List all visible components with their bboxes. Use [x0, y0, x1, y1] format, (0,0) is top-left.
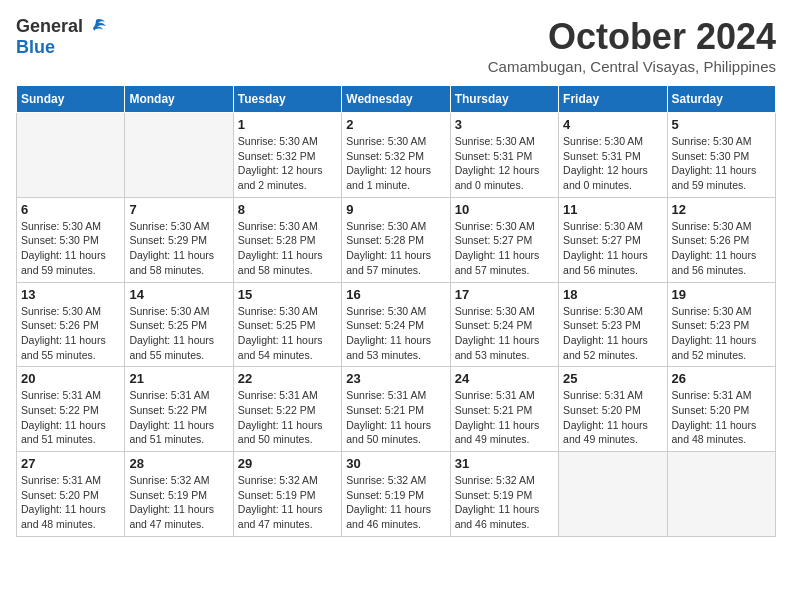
day-info: Sunrise: 5:32 AM Sunset: 5:19 PM Dayligh… [346, 473, 445, 532]
calendar-cell: 17Sunrise: 5:30 AM Sunset: 5:24 PM Dayli… [450, 282, 558, 367]
day-info: Sunrise: 5:30 AM Sunset: 5:32 PM Dayligh… [346, 134, 445, 193]
calendar-cell [559, 452, 667, 537]
day-info: Sunrise: 5:30 AM Sunset: 5:30 PM Dayligh… [21, 219, 120, 278]
day-number: 7 [129, 202, 228, 217]
day-info: Sunrise: 5:30 AM Sunset: 5:28 PM Dayligh… [238, 219, 337, 278]
calendar-cell: 4Sunrise: 5:30 AM Sunset: 5:31 PM Daylig… [559, 113, 667, 198]
day-number: 2 [346, 117, 445, 132]
calendar-cell [667, 452, 775, 537]
day-info: Sunrise: 5:30 AM Sunset: 5:23 PM Dayligh… [563, 304, 662, 363]
calendar-cell: 6Sunrise: 5:30 AM Sunset: 5:30 PM Daylig… [17, 197, 125, 282]
calendar-cell: 16Sunrise: 5:30 AM Sunset: 5:24 PM Dayli… [342, 282, 450, 367]
day-number: 28 [129, 456, 228, 471]
day-number: 19 [672, 287, 771, 302]
logo-bird-icon [85, 18, 107, 36]
day-info: Sunrise: 5:31 AM Sunset: 5:21 PM Dayligh… [455, 388, 554, 447]
calendar-cell: 2Sunrise: 5:30 AM Sunset: 5:32 PM Daylig… [342, 113, 450, 198]
calendar-cell: 9Sunrise: 5:30 AM Sunset: 5:28 PM Daylig… [342, 197, 450, 282]
calendar-cell: 3Sunrise: 5:30 AM Sunset: 5:31 PM Daylig… [450, 113, 558, 198]
day-number: 6 [21, 202, 120, 217]
day-number: 8 [238, 202, 337, 217]
day-number: 14 [129, 287, 228, 302]
day-info: Sunrise: 5:30 AM Sunset: 5:31 PM Dayligh… [563, 134, 662, 193]
calendar-cell: 22Sunrise: 5:31 AM Sunset: 5:22 PM Dayli… [233, 367, 341, 452]
day-info: Sunrise: 5:31 AM Sunset: 5:21 PM Dayligh… [346, 388, 445, 447]
calendar-cell: 8Sunrise: 5:30 AM Sunset: 5:28 PM Daylig… [233, 197, 341, 282]
day-info: Sunrise: 5:30 AM Sunset: 5:24 PM Dayligh… [346, 304, 445, 363]
day-info: Sunrise: 5:31 AM Sunset: 5:20 PM Dayligh… [563, 388, 662, 447]
calendar-cell: 10Sunrise: 5:30 AM Sunset: 5:27 PM Dayli… [450, 197, 558, 282]
day-number: 10 [455, 202, 554, 217]
location-subtitle: Camambugan, Central Visayas, Philippines [488, 58, 776, 75]
calendar-cell: 15Sunrise: 5:30 AM Sunset: 5:25 PM Dayli… [233, 282, 341, 367]
day-info: Sunrise: 5:30 AM Sunset: 5:32 PM Dayligh… [238, 134, 337, 193]
day-number: 18 [563, 287, 662, 302]
week-row-5: 27Sunrise: 5:31 AM Sunset: 5:20 PM Dayli… [17, 452, 776, 537]
day-info: Sunrise: 5:30 AM Sunset: 5:29 PM Dayligh… [129, 219, 228, 278]
header-saturday: Saturday [667, 86, 775, 113]
day-info: Sunrise: 5:32 AM Sunset: 5:19 PM Dayligh… [455, 473, 554, 532]
day-number: 23 [346, 371, 445, 386]
day-info: Sunrise: 5:30 AM Sunset: 5:27 PM Dayligh… [455, 219, 554, 278]
header-wednesday: Wednesday [342, 86, 450, 113]
day-info: Sunrise: 5:30 AM Sunset: 5:23 PM Dayligh… [672, 304, 771, 363]
calendar-cell: 23Sunrise: 5:31 AM Sunset: 5:21 PM Dayli… [342, 367, 450, 452]
day-number: 3 [455, 117, 554, 132]
calendar-cell: 12Sunrise: 5:30 AM Sunset: 5:26 PM Dayli… [667, 197, 775, 282]
calendar-cell: 13Sunrise: 5:30 AM Sunset: 5:26 PM Dayli… [17, 282, 125, 367]
calendar-cell: 24Sunrise: 5:31 AM Sunset: 5:21 PM Dayli… [450, 367, 558, 452]
calendar-cell [17, 113, 125, 198]
calendar-cell: 26Sunrise: 5:31 AM Sunset: 5:20 PM Dayli… [667, 367, 775, 452]
logo-blue-text: Blue [16, 37, 55, 58]
calendar-cell: 30Sunrise: 5:32 AM Sunset: 5:19 PM Dayli… [342, 452, 450, 537]
header-thursday: Thursday [450, 86, 558, 113]
week-row-2: 6Sunrise: 5:30 AM Sunset: 5:30 PM Daylig… [17, 197, 776, 282]
calendar-cell: 28Sunrise: 5:32 AM Sunset: 5:19 PM Dayli… [125, 452, 233, 537]
calendar-cell: 31Sunrise: 5:32 AM Sunset: 5:19 PM Dayli… [450, 452, 558, 537]
day-number: 27 [21, 456, 120, 471]
day-number: 17 [455, 287, 554, 302]
day-info: Sunrise: 5:30 AM Sunset: 5:25 PM Dayligh… [129, 304, 228, 363]
header-sunday: Sunday [17, 86, 125, 113]
day-number: 12 [672, 202, 771, 217]
day-number: 30 [346, 456, 445, 471]
calendar-cell: 19Sunrise: 5:30 AM Sunset: 5:23 PM Dayli… [667, 282, 775, 367]
logo: General Blue [16, 16, 107, 58]
day-info: Sunrise: 5:31 AM Sunset: 5:22 PM Dayligh… [129, 388, 228, 447]
calendar-header-row: Sunday Monday Tuesday Wednesday Thursday… [17, 86, 776, 113]
calendar-cell: 27Sunrise: 5:31 AM Sunset: 5:20 PM Dayli… [17, 452, 125, 537]
header-tuesday: Tuesday [233, 86, 341, 113]
day-info: Sunrise: 5:32 AM Sunset: 5:19 PM Dayligh… [238, 473, 337, 532]
calendar-table: Sunday Monday Tuesday Wednesday Thursday… [16, 85, 776, 537]
day-info: Sunrise: 5:30 AM Sunset: 5:24 PM Dayligh… [455, 304, 554, 363]
calendar-cell: 29Sunrise: 5:32 AM Sunset: 5:19 PM Dayli… [233, 452, 341, 537]
day-info: Sunrise: 5:30 AM Sunset: 5:30 PM Dayligh… [672, 134, 771, 193]
day-number: 25 [563, 371, 662, 386]
day-info: Sunrise: 5:30 AM Sunset: 5:28 PM Dayligh… [346, 219, 445, 278]
day-info: Sunrise: 5:30 AM Sunset: 5:31 PM Dayligh… [455, 134, 554, 193]
day-info: Sunrise: 5:31 AM Sunset: 5:20 PM Dayligh… [672, 388, 771, 447]
calendar-cell: 11Sunrise: 5:30 AM Sunset: 5:27 PM Dayli… [559, 197, 667, 282]
day-info: Sunrise: 5:30 AM Sunset: 5:26 PM Dayligh… [21, 304, 120, 363]
day-number: 15 [238, 287, 337, 302]
day-info: Sunrise: 5:30 AM Sunset: 5:27 PM Dayligh… [563, 219, 662, 278]
calendar-cell [125, 113, 233, 198]
day-number: 4 [563, 117, 662, 132]
calendar-cell: 14Sunrise: 5:30 AM Sunset: 5:25 PM Dayli… [125, 282, 233, 367]
day-info: Sunrise: 5:32 AM Sunset: 5:19 PM Dayligh… [129, 473, 228, 532]
day-number: 11 [563, 202, 662, 217]
day-info: Sunrise: 5:31 AM Sunset: 5:22 PM Dayligh… [21, 388, 120, 447]
day-number: 26 [672, 371, 771, 386]
header-friday: Friday [559, 86, 667, 113]
day-number: 16 [346, 287, 445, 302]
calendar-cell: 21Sunrise: 5:31 AM Sunset: 5:22 PM Dayli… [125, 367, 233, 452]
week-row-4: 20Sunrise: 5:31 AM Sunset: 5:22 PM Dayli… [17, 367, 776, 452]
calendar-cell: 25Sunrise: 5:31 AM Sunset: 5:20 PM Dayli… [559, 367, 667, 452]
calendar-cell: 20Sunrise: 5:31 AM Sunset: 5:22 PM Dayli… [17, 367, 125, 452]
day-number: 29 [238, 456, 337, 471]
day-info: Sunrise: 5:30 AM Sunset: 5:25 PM Dayligh… [238, 304, 337, 363]
day-info: Sunrise: 5:30 AM Sunset: 5:26 PM Dayligh… [672, 219, 771, 278]
title-block: October 2024 Camambugan, Central Visayas… [488, 16, 776, 75]
day-number: 13 [21, 287, 120, 302]
day-number: 24 [455, 371, 554, 386]
